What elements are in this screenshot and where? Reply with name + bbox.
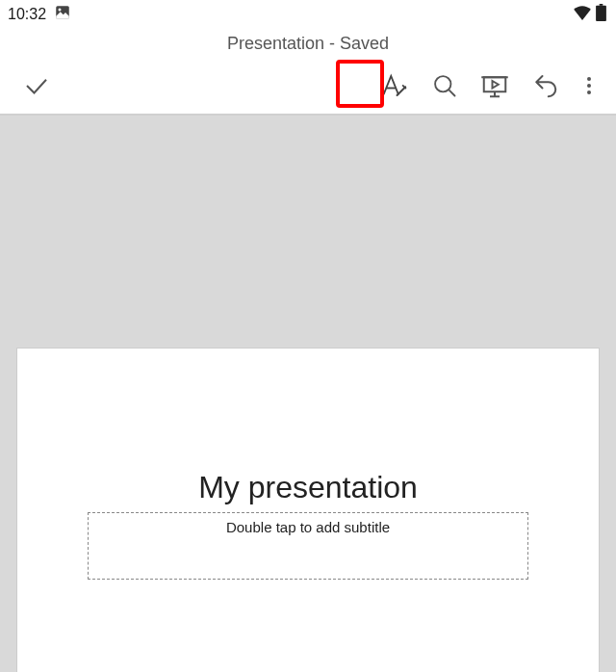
search-button[interactable] <box>420 63 470 109</box>
slide-subtitle-placeholder[interactable]: Double tap to add subtitle <box>88 512 528 580</box>
undo-button[interactable] <box>520 63 570 109</box>
svg-rect-2 <box>596 6 606 21</box>
svg-point-12 <box>587 84 591 88</box>
wifi-icon <box>573 5 592 24</box>
status-right <box>573 4 606 25</box>
svg-point-13 <box>587 90 591 94</box>
document-title: Presentation - Saved <box>227 34 389 54</box>
more-button[interactable] <box>570 63 608 109</box>
document-title-row: Presentation - Saved <box>0 29 616 58</box>
present-button[interactable] <box>470 63 520 109</box>
battery-icon <box>596 4 606 25</box>
svg-point-1 <box>59 9 62 12</box>
image-icon <box>54 4 71 25</box>
svg-point-11 <box>587 77 591 81</box>
clock: 10:32 <box>8 6 46 23</box>
svg-rect-7 <box>484 77 506 91</box>
slide-canvas[interactable]: My presentation Double tap to add subtit… <box>0 116 616 672</box>
status-bar: 10:32 <box>0 0 616 29</box>
slide[interactable]: My presentation Double tap to add subtit… <box>17 349 599 672</box>
status-left: 10:32 <box>8 4 71 25</box>
toolbar <box>0 58 616 114</box>
slide-title[interactable]: My presentation <box>17 470 599 505</box>
svg-line-6 <box>449 90 455 96</box>
svg-rect-3 <box>600 4 603 6</box>
svg-point-5 <box>435 76 450 91</box>
done-button[interactable] <box>12 63 62 109</box>
text-format-button[interactable] <box>370 63 420 109</box>
